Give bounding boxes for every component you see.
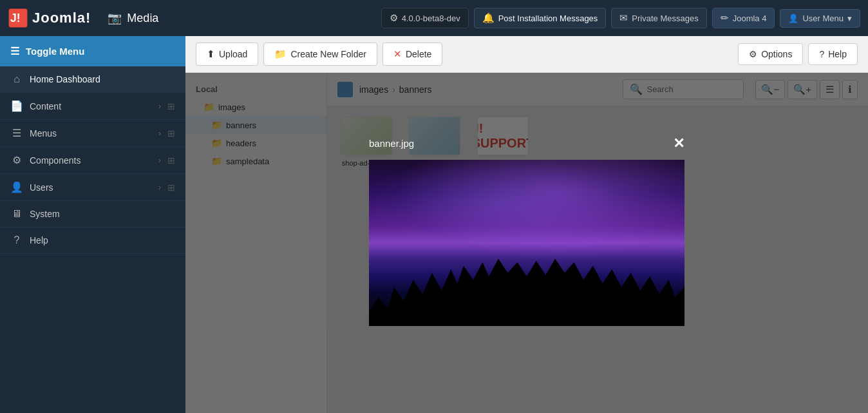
mail-icon: ✉ bbox=[619, 12, 628, 24]
preview-box bbox=[369, 160, 684, 326]
sidebar-item-label: System bbox=[30, 209, 175, 219]
help-icon: ? bbox=[10, 235, 23, 246]
sidebar-item-help[interactable]: ? Help bbox=[0, 227, 185, 254]
preview-close-button[interactable]: ✕ bbox=[673, 137, 684, 151]
question-icon: ? bbox=[819, 49, 824, 59]
preview-container: banner.jpg ✕ bbox=[369, 160, 684, 326]
toggle-icon: ☰ bbox=[10, 45, 19, 57]
arrow-right-icon: › bbox=[158, 102, 161, 111]
content-icon: 📄 bbox=[10, 100, 23, 112]
sidebar-item-label: Users bbox=[30, 182, 152, 193]
chevron-down-icon: ▾ bbox=[847, 14, 852, 23]
user-menu-label: User Menu bbox=[802, 14, 844, 23]
sidebar-item-label: Home Dashboard bbox=[30, 74, 175, 84]
users-icon: 👤 bbox=[10, 181, 23, 193]
logo-text: Joomla! bbox=[32, 10, 91, 26]
upload-icon: ⬆ bbox=[207, 48, 215, 60]
preview-title: banner.jpg bbox=[369, 138, 414, 149]
bell-icon: 🔔 bbox=[482, 12, 495, 24]
preview-image bbox=[369, 160, 684, 326]
grid-icon: ⊞ bbox=[167, 101, 175, 111]
toggle-menu-button[interactable]: ☰ Toggle Menu bbox=[0, 36, 185, 66]
page-title-area: 📷 Media bbox=[108, 11, 374, 25]
edit-icon: ✏ bbox=[721, 12, 729, 24]
preview-overlay: banner.jpg ✕ bbox=[185, 73, 868, 413]
home-icon: ⌂ bbox=[10, 73, 23, 85]
topbar: J! Joomla! 📷 Media ⚙ 4.0.0-beta8-dev 🔔 P… bbox=[0, 0, 868, 36]
private-messages-label: Private Messages bbox=[632, 14, 698, 23]
help-label: Help bbox=[828, 49, 847, 59]
help-button[interactable]: ? Help bbox=[808, 43, 858, 65]
stars-effect bbox=[369, 160, 684, 268]
grid-icon: ⊞ bbox=[167, 128, 175, 139]
grid-icon: ⊞ bbox=[167, 182, 175, 193]
arrow-right-icon: › bbox=[158, 183, 161, 192]
toolbar: ⬆ Upload 📁 Create New Folder ✕ Delete ⚙ … bbox=[185, 36, 868, 73]
content-area: ⬆ Upload 📁 Create New Folder ✕ Delete ⚙ … bbox=[185, 36, 868, 413]
post-install-badge[interactable]: 🔔 Post Installation Messages bbox=[474, 8, 607, 28]
private-messages-badge[interactable]: ✉ Private Messages bbox=[611, 8, 706, 28]
arrow-right-icon: › bbox=[158, 129, 161, 138]
sidebar-item-users[interactable]: 👤 Users › ⊞ bbox=[0, 174, 185, 201]
version-badge[interactable]: ⚙ 4.0.0-beta8-dev bbox=[381, 8, 469, 28]
logo[interactable]: J! Joomla! bbox=[8, 8, 91, 28]
options-label: Options bbox=[761, 49, 792, 59]
sidebar-item-system[interactable]: 🖥 System bbox=[0, 201, 185, 227]
delete-label: Delete bbox=[406, 49, 431, 59]
options-button[interactable]: ⚙ Options bbox=[738, 43, 803, 65]
joomla4-label: Joomla 4 bbox=[733, 14, 767, 23]
version-label: 4.0.0-beta8-dev bbox=[402, 14, 460, 23]
user-menu-badge[interactable]: 👤 User Menu ▾ bbox=[780, 9, 860, 28]
folder-icon: 📁 bbox=[274, 48, 287, 60]
create-folder-label: Create New Folder bbox=[290, 49, 366, 59]
sidebar-item-label: Menus bbox=[30, 128, 152, 139]
sidebar-item-label: Components bbox=[30, 155, 152, 166]
sidebar-item-content[interactable]: 📄 Content › ⊞ bbox=[0, 93, 185, 120]
delete-button[interactable]: ✕ Delete bbox=[382, 43, 442, 66]
version-icon: ⚙ bbox=[390, 12, 398, 24]
sidebar: ☰ Toggle Menu ⌂ Home Dashboard 📄 Content… bbox=[0, 36, 185, 413]
toggle-menu-label: Toggle Menu bbox=[26, 46, 84, 57]
arrow-right-icon: › bbox=[158, 156, 161, 165]
grid-icon: ⊞ bbox=[167, 155, 175, 166]
page-title: Media bbox=[127, 12, 158, 25]
components-icon: ⚙ bbox=[10, 154, 23, 166]
upload-button[interactable]: ⬆ Upload bbox=[196, 43, 258, 66]
delete-icon: ✕ bbox=[393, 48, 402, 60]
sidebar-item-components[interactable]: ⚙ Components › ⊞ bbox=[0, 147, 185, 174]
sidebar-item-label: Content bbox=[30, 101, 152, 111]
options-icon: ⚙ bbox=[749, 49, 757, 59]
joomla4-badge[interactable]: ✏ Joomla 4 bbox=[712, 8, 775, 28]
media-browser: Local 📁 images 📁 banners 📁 headers 📁 sam… bbox=[185, 73, 868, 413]
sidebar-item-home-dashboard[interactable]: ⌂ Home Dashboard bbox=[0, 66, 185, 93]
system-icon: 🖥 bbox=[10, 208, 23, 220]
media-icon: 📷 bbox=[108, 11, 122, 25]
topbar-badges: ⚙ 4.0.0-beta8-dev 🔔 Post Installation Me… bbox=[381, 8, 860, 28]
sidebar-item-label: Help bbox=[30, 235, 175, 245]
sidebar-item-menus[interactable]: ☰ Menus › ⊞ bbox=[0, 120, 185, 147]
upload-label: Upload bbox=[219, 49, 247, 59]
create-folder-button[interactable]: 📁 Create New Folder bbox=[263, 43, 377, 66]
post-install-label: Post Installation Messages bbox=[498, 14, 598, 23]
svg-text:J!: J! bbox=[10, 12, 21, 24]
menus-icon: ☰ bbox=[10, 127, 23, 139]
main-layout: ☰ Toggle Menu ⌂ Home Dashboard 📄 Content… bbox=[0, 36, 868, 413]
user-icon: 👤 bbox=[788, 14, 798, 23]
